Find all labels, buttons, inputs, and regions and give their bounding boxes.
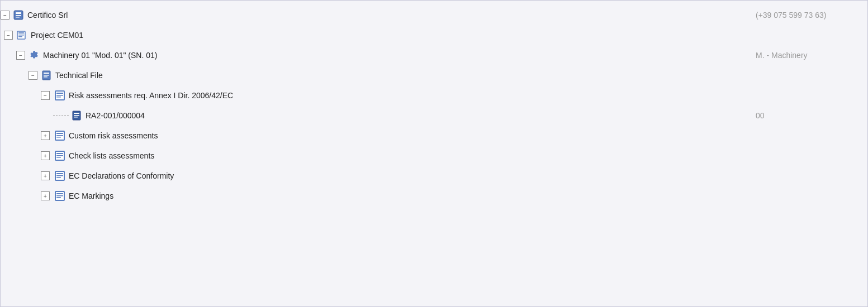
svg-rect-13 [56,93,63,94]
ec-declarations-expand-button[interactable]: + [41,171,50,180]
svg-rect-35 [56,197,61,198]
svg-rect-14 [56,95,63,96]
technical-file-icon [41,70,52,81]
ra2-row: RA2-001/000004 00 [86,111,867,120]
svg-rect-7 [18,36,22,37]
svg-rect-3 [16,17,20,18]
svg-rect-25 [56,153,63,154]
ra2-icon [71,110,82,121]
ec-declarations-icon [54,170,65,181]
machinery-label: Machinery 01 "Mod. 01" (SN. 01) [43,51,157,60]
svg-rect-22 [56,135,63,136]
custom-risk-label: Custom risk assessments [69,131,158,140]
svg-rect-23 [56,137,61,138]
risk-assessments-collapse-button[interactable]: − [41,91,50,100]
check-lists-expand-button[interactable]: + [41,151,50,160]
check-lists-node: + Check lists assessments [1,146,867,166]
custom-risk-node: + Custom risk assessments [1,126,867,146]
machinery-row: Machinery 01 "Mod. 01" (SN. 01) M. - Mac… [43,51,867,60]
svg-rect-11 [44,76,48,78]
svg-rect-26 [56,155,63,156]
root-label: Certifico Srl [27,11,68,20]
risk-assessments-label: Risk assessments req. Annex I Dir. 2006/… [69,91,233,100]
machinery-meta: M. - Machinery [756,51,867,60]
technical-file-node: − Technical File [1,65,867,85]
technical-file-label: Technical File [55,71,103,80]
project-collapse-button[interactable]: − [4,31,13,40]
check-lists-label: Check lists assessments [69,151,154,160]
machinery-node: − Machinery 01 "Mod. 01" (SN. 01) M. - M… [1,45,867,65]
ec-declarations-node: + EC Declarations of Conformity [1,166,867,186]
ec-markings-label: EC Markings [69,191,113,200]
root-node: − Certifico Srl (+39 075 599 73 63) [1,5,867,25]
root-phone: (+39 075 599 73 63) [756,11,867,20]
svg-rect-29 [56,173,63,174]
ec-markings-icon [54,190,65,202]
svg-rect-30 [56,175,63,176]
svg-rect-19 [74,117,78,118]
ec-declarations-label: EC Declarations of Conformity [69,171,174,180]
svg-rect-15 [56,97,61,98]
svg-rect-21 [56,133,63,134]
project-label: Project CEM01 [31,31,83,40]
ra2-node: RA2-001/000004 00 [1,105,867,126]
svg-rect-31 [56,177,61,178]
risk-assessments-icon [54,90,65,101]
technical-file-collapse-button[interactable]: − [29,71,37,80]
project-icon [16,30,27,41]
svg-rect-1 [16,12,21,14]
machinery-icon [29,50,40,61]
risk-assessments-node: − Risk assessments req. Annex I Dir. 200… [1,85,867,105]
svg-rect-34 [56,195,63,196]
custom-risk-icon [54,130,65,141]
machinery-collapse-button[interactable]: − [16,51,25,60]
root-row: Certifico Srl (+39 075 599 73 63) [27,11,867,20]
svg-rect-9 [44,73,49,74]
svg-rect-18 [74,115,79,116]
svg-rect-10 [44,75,49,76]
ec-markings-expand-button[interactable]: + [41,191,50,200]
svg-rect-2 [16,15,21,16]
check-lists-icon [54,150,65,161]
company-icon [13,9,24,21]
svg-rect-33 [56,193,63,194]
project-node: − Project CEM01 [1,25,867,45]
tree-container: − Certifico Srl (+39 075 599 73 63) − [0,0,868,307]
svg-rect-5 [18,32,24,33]
ec-markings-node: + EC Markings [1,186,867,206]
ra2-label: RA2-001/000004 [86,111,145,120]
svg-rect-6 [18,35,24,36]
custom-risk-expand-button[interactable]: + [41,131,50,140]
svg-rect-27 [56,157,61,158]
svg-rect-17 [74,113,79,114]
ra2-meta: 00 [756,111,867,120]
root-collapse-button[interactable]: − [1,11,10,20]
